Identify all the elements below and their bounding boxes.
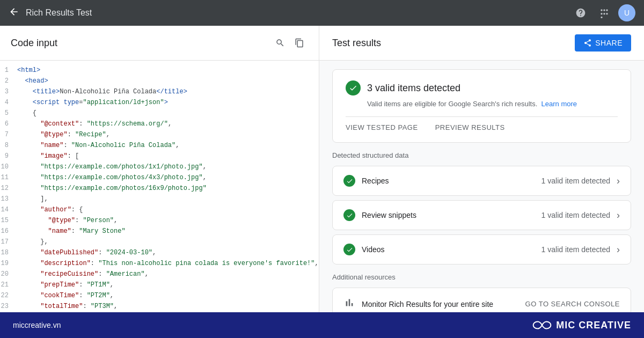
results-body: 3 valid items detected Valid items are e… bbox=[319, 61, 644, 312]
bar-chart-icon bbox=[343, 297, 355, 311]
copy-button[interactable] bbox=[291, 34, 308, 52]
results-panel: Test results SHARE 3 valid items detecte… bbox=[319, 26, 644, 312]
help-icon[interactable] bbox=[571, 3, 590, 23]
main-content: Code input 1<html> 2 <head> 3 <title>Non… bbox=[0, 26, 644, 312]
videos-count: 1 valid item detected bbox=[541, 245, 610, 254]
code-panel: Code input 1<html> 2 <head> 3 <title>Non… bbox=[0, 26, 319, 312]
code-line-22: 22 "cookTime": "PT2M", bbox=[0, 290, 319, 301]
bottombar: miccreative.vn MIC CREATIVE bbox=[0, 312, 644, 338]
code-line-23: 23 "totalTime": "PT3M", bbox=[0, 301, 319, 312]
search-button[interactable] bbox=[272, 34, 289, 52]
code-toolbar bbox=[272, 34, 308, 52]
review-snippets-count: 1 valid item detected bbox=[541, 211, 610, 219]
preview-results-link[interactable]: PREVIEW RESULTS bbox=[435, 123, 505, 131]
learn-more-link[interactable]: Learn more bbox=[541, 100, 577, 108]
data-item-videos[interactable]: Videos 1 valid item detected › bbox=[332, 234, 631, 264]
code-line-1: 1<html> bbox=[0, 65, 319, 76]
code-panel-title: Code input bbox=[11, 38, 57, 49]
valid-items-card: 3 valid items detected Valid items are e… bbox=[332, 69, 631, 143]
recipes-chevron-icon: › bbox=[617, 175, 620, 187]
additional-resources-section: Additional resources Monitor Rich Result… bbox=[332, 273, 631, 312]
code-editor[interactable]: 1<html> 2 <head> 3 <title>Non-Alcoholic … bbox=[0, 61, 319, 312]
grid-icon[interactable] bbox=[595, 3, 614, 23]
code-line-8: 8 "name": "Non-Alcoholic Piña Colada", bbox=[0, 140, 319, 151]
recipes-name: Recipes bbox=[362, 177, 535, 185]
videos-name: Videos bbox=[362, 245, 535, 254]
code-line-4: 4 <script type="application/ld+json"> bbox=[0, 97, 319, 108]
code-line-7: 7 "@type": "Recipe", bbox=[0, 129, 319, 140]
back-button[interactable] bbox=[9, 6, 19, 20]
code-line-20: 20 "recipeCuisine": "American", bbox=[0, 269, 319, 280]
valid-items-header: 3 valid items detected bbox=[346, 80, 618, 95]
code-line-9: 9 "image": [ bbox=[0, 151, 319, 161]
code-line-21: 21 "prepTime": "PT1M", bbox=[0, 280, 319, 290]
structured-data-label: Detected structured data bbox=[332, 151, 631, 159]
topbar: Rich Results Test U bbox=[0, 0, 644, 26]
share-button[interactable]: SHARE bbox=[575, 34, 631, 52]
bottombar-logo: MIC CREATIVE bbox=[532, 320, 631, 331]
code-line-12: 12 "https://example.com/photos/16x9/phot… bbox=[0, 183, 319, 194]
topbar-icons: U bbox=[571, 3, 635, 23]
bottombar-logo-text: MIC CREATIVE bbox=[556, 320, 631, 331]
code-line-18: 18 "datePublished": "2024-03-10", bbox=[0, 247, 319, 258]
valid-items-subtitle: Valid items are eligible for Google Sear… bbox=[367, 100, 618, 108]
share-label: SHARE bbox=[595, 39, 623, 47]
page-title: Rich Results Test bbox=[26, 8, 571, 18]
review-chevron-icon: › bbox=[617, 210, 620, 221]
recipes-check-icon bbox=[343, 175, 355, 187]
action-links: VIEW TESTED PAGE PREVIEW RESULTS bbox=[346, 116, 618, 131]
monitor-card: Monitor Rich Results for your entire sit… bbox=[332, 288, 631, 312]
results-header: Test results SHARE bbox=[319, 26, 644, 61]
code-line-19: 19 "description": "This non-alcoholic pi… bbox=[0, 258, 319, 269]
code-line-14: 14 "author": { bbox=[0, 204, 319, 215]
code-line-5: 5 { bbox=[0, 108, 319, 119]
avatar[interactable]: U bbox=[618, 4, 635, 21]
code-panel-header: Code input bbox=[0, 26, 319, 61]
code-line-10: 10 "https://example.com/photos/1x1/photo… bbox=[0, 161, 319, 172]
code-line-3: 3 <title>Non-Alcoholic Piña Colada</titl… bbox=[0, 86, 319, 97]
mic-creative-icon bbox=[532, 320, 552, 330]
results-title: Test results bbox=[332, 38, 381, 49]
valid-items-title: 3 valid items detected bbox=[367, 83, 460, 94]
videos-chevron-icon: › bbox=[617, 244, 620, 255]
code-line-17: 17 }, bbox=[0, 237, 319, 247]
search-console-link[interactable]: GO TO SEARCH CONSOLE bbox=[525, 300, 620, 308]
code-line-13: 13 ], bbox=[0, 194, 319, 204]
code-line-16: 16 "name": "Mary Stone" bbox=[0, 226, 319, 237]
view-tested-page-link[interactable]: VIEW TESTED PAGE bbox=[346, 123, 418, 131]
review-check-icon bbox=[343, 209, 355, 221]
review-snippets-name: Review snippets bbox=[362, 211, 535, 219]
monitor-text: Monitor Rich Results for your entire sit… bbox=[362, 300, 519, 308]
data-item-review-snippets[interactable]: Review snippets 1 valid item detected › bbox=[332, 200, 631, 230]
videos-check-icon bbox=[343, 244, 355, 255]
valid-check-icon bbox=[346, 80, 361, 95]
code-line-11: 11 "https://example.com/photos/4x3/photo… bbox=[0, 172, 319, 183]
additional-resources-label: Additional resources bbox=[332, 273, 631, 281]
code-line-15: 15 "@type": "Person", bbox=[0, 215, 319, 226]
data-item-recipes[interactable]: Recipes 1 valid item detected › bbox=[332, 166, 631, 196]
recipes-count: 1 valid item detected bbox=[541, 177, 610, 185]
code-line-6: 6 "@context": "https://schema.org/", bbox=[0, 119, 319, 129]
bottombar-url: miccreative.vn bbox=[13, 321, 532, 329]
code-line-2: 2 <head> bbox=[0, 76, 319, 86]
